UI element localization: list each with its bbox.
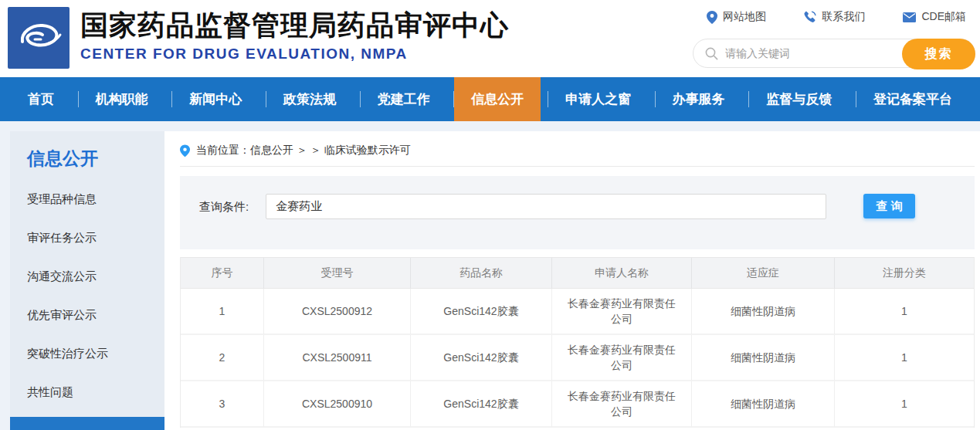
sidebar-item-0[interactable]: 受理品种信息 [10,180,164,218]
site-title-block: 国家药品监督管理局药品审评中心 CENTER FOR DRUG EVALUATI… [80,0,509,77]
table-cell-0-3: 长春金赛药业有限责任公司 [551,289,691,335]
sidebar-title: 信息公开 [27,147,164,171]
query-input[interactable] [266,194,826,219]
nav-item-3[interactable]: 政策法规 [266,77,353,121]
sitemap-link-label: 网站地图 [723,10,766,24]
nav-item-4[interactable]: 党建工作 [361,77,447,121]
sidebar-item-2[interactable]: 沟通交流公示 [10,257,164,296]
table-header-cell-4: 适应症 [691,257,834,289]
sitemap-link[interactable]: 网站地图 [707,10,766,24]
table-header-cell-2: 药品名称 [410,257,551,289]
table-cell-2-5: 1 [834,381,974,428]
site-title: 国家药品监督管理局药品审评中心 [80,9,509,42]
search-button[interactable]: 搜索 [902,39,975,69]
nav-item-9[interactable]: 登记备案平台 [856,77,969,121]
search-input[interactable] [725,47,897,59]
page-body: 信息公开 受理品种信息审评任务公示沟通交流公示优先审评公示突破性治疗公示共性问题… [0,131,980,430]
nav-item-1[interactable]: 机构职能 [79,77,165,121]
cde-logo [8,7,70,69]
table-header-cell-1: 受理号 [263,257,410,289]
results-table-body: 1CXSL2500912GenSci142胶囊长春金赛药业有限责任公司细菌性阴道… [181,289,974,428]
nav-item-0[interactable]: 首页 [11,77,71,121]
breadcrumb: 当前位置：信息公开 ＞ ＞ 临床试验默示许可 [180,131,975,167]
table-row-1: 2CXSL2500911GenSci142胶囊长春金赛药业有限责任公司细菌性阴道… [181,335,974,381]
mailbox-link[interactable]: CDE邮箱 [903,10,966,24]
table-header-cell-5: 注册分类 [834,257,974,289]
site-search: 搜索 [693,39,975,68]
table-cell-1-3: 长春金赛药业有限责任公司 [551,335,691,381]
table-cell-0-2: GenSci142胶囊 [410,289,551,335]
table-header-cell-0: 序号 [181,257,263,289]
table-cell-2-4: 细菌性阴道病 [691,381,834,428]
table-row-2: 3CXSL2500910GenSci142胶囊长春金赛药业有限责任公司细菌性阴道… [181,381,974,428]
table-cell-2-0: 3 [181,381,263,428]
table-cell-0-4: 细菌性阴道病 [691,289,834,335]
table-cell-1-4: 细菌性阴道病 [691,335,834,381]
header-right: 网站地图 联系我们 CDE邮箱 [693,0,975,77]
sidebar-item-5[interactable]: 共性问题 [10,373,164,411]
table-cell-2-3: 长春金赛药业有限责任公司 [551,381,691,428]
quick-links: 网站地图 联系我们 CDE邮箱 [693,10,975,24]
query-panel: 查询条件: 查 询 [180,176,975,249]
table-cell-1-2: GenSci142胶囊 [410,335,551,381]
sidebar-items: 受理品种信息审评任务公示沟通交流公示优先审评公示突破性治疗公示共性问题 [10,180,164,411]
main-nav-list: 首页机构职能新闻中心政策法规党建工作信息公开申请人之窗办事服务监督与反馈登记备案… [0,77,980,121]
main-nav: 首页机构职能新闻中心政策法规党建工作信息公开申请人之窗办事服务监督与反馈登记备案… [0,77,980,121]
sidebar-item-1[interactable]: 审评任务公示 [10,218,164,257]
query-label: 查询条件: [199,194,249,219]
table-cell-0-0: 1 [181,289,263,335]
table-header-row: 序号受理号药品名称申请人名称适应症注册分类 [181,257,974,289]
left-rail [0,131,10,430]
table-cell-1-1: CXSL2500911 [263,335,410,381]
search-icon [705,47,718,60]
nav-item-5[interactable]: 信息公开 [454,77,541,121]
contact-link[interactable]: 联系我们 [804,10,865,24]
envelope-icon [903,12,916,22]
table-header-cell-3: 申请人名称 [551,257,691,289]
sidebar-item-3[interactable]: 优先审评公示 [10,296,164,334]
phone-icon [804,11,816,23]
breadcrumb-text: 当前位置：信息公开 ＞ ＞ 临床试验默示许可 [196,144,411,157]
table-cell-1-0: 2 [181,335,263,381]
table-row-0: 1CXSL2500912GenSci142胶囊长春金赛药业有限责任公司细菌性阴道… [181,289,974,335]
contact-link-label: 联系我们 [822,10,865,24]
page-top-band [0,121,980,131]
site-subtitle: CENTER FOR DRUG EVALUATION, NMPA [80,46,509,63]
sidebar-item-active-partial[interactable] [10,417,164,430]
table-cell-1-5: 1 [834,335,974,381]
query-button[interactable]: 查 询 [863,194,915,218]
table-cell-2-1: CXSL2500910 [263,381,410,428]
nav-item-8[interactable]: 监督与反馈 [749,77,849,121]
sidebar: 信息公开 受理品种信息审评任务公示沟通交流公示优先审评公示突破性治疗公示共性问题 [10,131,164,430]
table-cell-2-2: GenSci142胶囊 [410,381,551,428]
results-table-head: 序号受理号药品名称申请人名称适应症注册分类 [181,257,974,289]
mailbox-link-label: CDE邮箱 [921,10,966,24]
nav-item-7[interactable]: 办事服务 [656,77,742,121]
results-table: 序号受理号药品名称申请人名称适应症注册分类 1CXSL2500912GenSci… [180,257,975,428]
table-cell-0-5: 1 [834,289,974,335]
nav-item-2[interactable]: 新闻中心 [172,77,259,121]
site-header: 国家药品监督管理局药品审评中心 CENTER FOR DRUG EVALUATI… [0,0,980,77]
table-cell-0-1: CXSL2500912 [263,289,410,335]
sidebar-item-4[interactable]: 突破性治疗公示 [10,334,164,373]
nav-item-6[interactable]: 申请人之窗 [548,77,648,121]
breadcrumb-pin-icon [180,144,190,157]
main-content: 当前位置：信息公开 ＞ ＞ 临床试验默示许可 查询条件: 查 询 序号受理号药品… [164,131,980,430]
cde-logo-swirl-icon [15,14,63,62]
location-pin-icon [707,11,717,24]
